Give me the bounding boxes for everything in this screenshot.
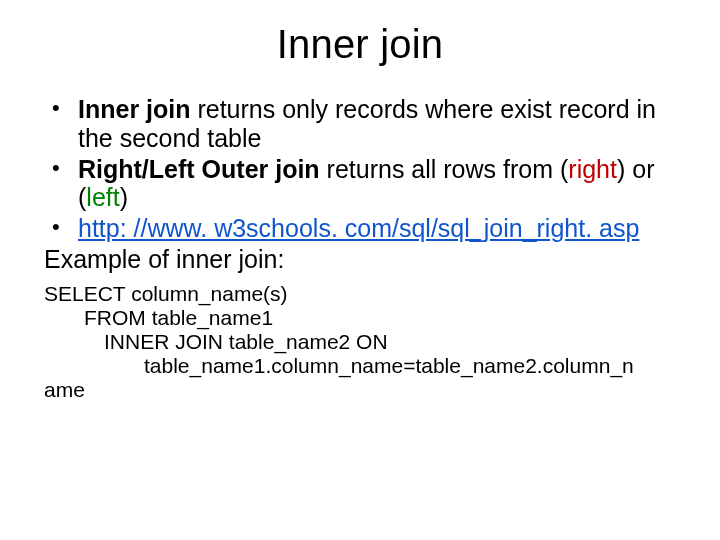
word-left: left — [86, 183, 119, 211]
example-label: Example of inner join: — [44, 245, 676, 274]
code-line-5: ame — [44, 378, 676, 402]
bullet-outer-join-bold: Right/Left Outer join — [78, 155, 320, 183]
bullet-inner-join-bold: Inner join — [78, 95, 191, 123]
bullet-link: http: //www. w3schools. com/sql/sql_join… — [46, 214, 676, 243]
bullet-inner-join: Inner join returns only records where ex… — [46, 95, 676, 153]
w3schools-link[interactable]: http: //www. w3schools. com/sql/sql_join… — [78, 214, 639, 242]
code-line-2: FROM table_name1 — [84, 306, 676, 330]
slide-title: Inner join — [44, 22, 676, 67]
code-block: SELECT column_name(s) FROM table_name1 I… — [44, 282, 676, 403]
bullet-outer-join: Right/Left Outer join returns all rows f… — [46, 155, 676, 213]
word-right: right — [568, 155, 617, 183]
bullet-outer-join-mid: returns all rows from ( — [320, 155, 569, 183]
bullet-list: Inner join returns only records where ex… — [44, 95, 676, 243]
code-line-4: table_name1.column_name=table_name2.colu… — [144, 354, 676, 378]
code-line-1: SELECT column_name(s) — [44, 282, 676, 306]
code-line-3: INNER JOIN table_name2 ON — [104, 330, 676, 354]
slide: Inner join Inner join returns only recor… — [0, 0, 720, 540]
bullet-outer-join-end: ) — [120, 183, 128, 211]
